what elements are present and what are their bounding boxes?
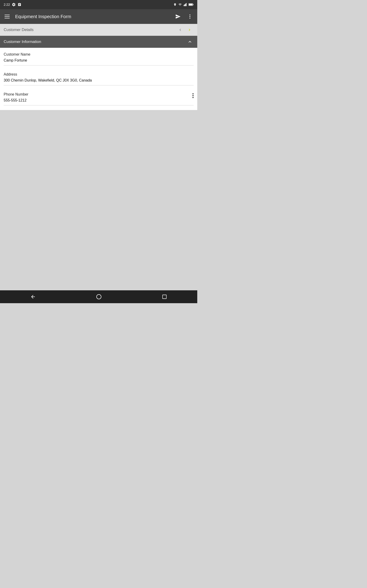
svg-rect-2: [185, 4, 186, 6]
chevron-right-icon: [187, 27, 192, 32]
recent-apps-icon: [162, 294, 167, 299]
svg-rect-6: [189, 4, 192, 5]
send-icon: [175, 14, 181, 19]
home-icon: [96, 294, 102, 300]
section-nav-arrows: [176, 27, 194, 33]
clipboard-icon: [18, 2, 21, 7]
customer-name-field: Customer Name Camp Fortune: [0, 48, 197, 65]
more-vert-icon: [187, 14, 193, 19]
phone-number-value[interactable]: 555-555-1212: [4, 98, 194, 105]
app-bar: Equipment Inspection Form: [0, 9, 197, 24]
settings-icon: [12, 2, 16, 7]
status-left: 2:22: [4, 2, 21, 7]
menu-button[interactable]: [4, 14, 10, 19]
chevron-up-icon: [187, 39, 193, 44]
status-right: [173, 3, 194, 6]
back-button[interactable]: [29, 293, 37, 300]
customer-name-value[interactable]: Camp Fortune: [4, 58, 194, 65]
svg-rect-3: [186, 3, 187, 6]
nav-next-button[interactable]: [185, 27, 194, 33]
section-header-title: Customer Information: [4, 40, 41, 44]
svg-point-10: [97, 294, 101, 299]
back-icon: [30, 294, 36, 300]
svg-rect-1: [184, 4, 185, 6]
address-label: Address: [4, 72, 194, 77]
wifi-icon: [178, 3, 182, 6]
app-bar-title: Equipment Inspection Form: [15, 14, 71, 19]
customer-name-label: Customer Name: [4, 52, 194, 57]
status-bar: 2:22: [0, 0, 197, 9]
status-time: 2:22: [4, 3, 10, 6]
svg-rect-5: [193, 4, 193, 5]
phone-number-field: Phone Number 555-555-1212: [0, 88, 197, 110]
recent-apps-button[interactable]: [161, 293, 168, 300]
nav-prev-button[interactable]: [176, 27, 184, 33]
svg-rect-0: [184, 5, 184, 6]
svg-rect-11: [163, 295, 167, 299]
svg-point-7: [190, 15, 190, 15]
address-value[interactable]: 300 Chemin Dunlop, Wakefield, QC J0X 3G0…: [4, 78, 194, 86]
svg-point-8: [190, 16, 190, 17]
phone-number-more-button[interactable]: [192, 93, 194, 98]
form-content: Customer Name Camp Fortune Address 300 C…: [0, 48, 197, 110]
phone-number-label: Phone Number: [4, 92, 194, 96]
home-button[interactable]: [95, 293, 102, 300]
chevron-left-icon: [178, 27, 183, 32]
customer-information-section-header[interactable]: Customer Information: [0, 36, 197, 48]
more-options-button[interactable]: [186, 13, 194, 20]
section-collapse-button[interactable]: [186, 38, 194, 45]
location-icon: [173, 3, 177, 6]
app-bar-right: [174, 13, 194, 20]
app-bar-left: Equipment Inspection Form: [4, 14, 71, 19]
svg-point-9: [190, 18, 190, 19]
send-button[interactable]: [174, 13, 182, 20]
section-nav-bar: Customer Details: [0, 24, 197, 36]
signal-icon: [184, 3, 187, 6]
address-field: Address 300 Chemin Dunlop, Wakefield, QC…: [0, 68, 197, 86]
battery-icon: [189, 3, 194, 6]
bottom-nav: [0, 290, 197, 303]
gray-fill-area: [0, 110, 197, 248]
section-nav-title: Customer Details: [4, 27, 33, 32]
